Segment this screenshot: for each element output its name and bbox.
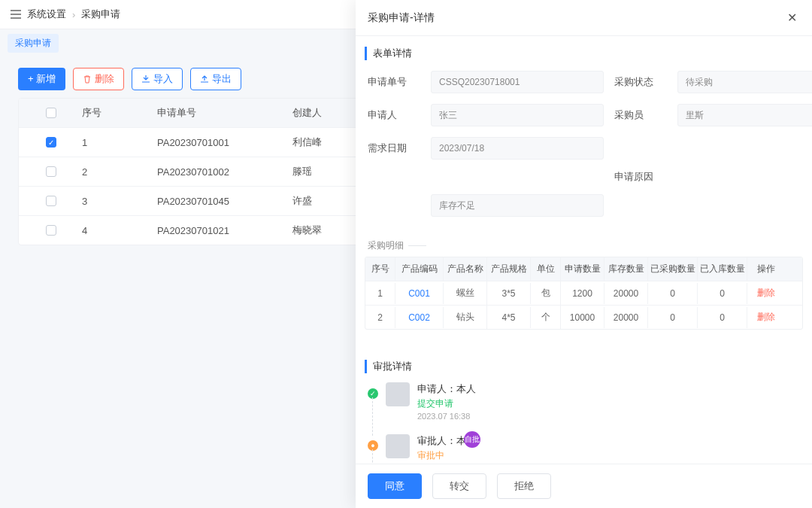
dcell-bought: 0 [648,307,698,328]
detail-drawer: 采购申请-详情 ✕ 表单详情 申请单号 CSSQ20230718001 采购状态… [356,0,812,508]
dcell-code[interactable]: C002 [395,307,444,328]
dcell-unit: 个 [531,306,561,329]
reject-button[interactable]: 拒绝 [497,473,551,499]
row-checkbox[interactable] [46,166,56,177]
cell-order: PA20230701002 [153,166,288,178]
export-label: 导出 [212,72,232,86]
detail-table-row: 1C001螺丝3*5包12002000000删除 [365,281,802,305]
dcol-inbound: 已入库数量 [698,257,747,281]
dcol-stock: 库存数量 [604,257,648,281]
sub-detail-title: 采购明细 [368,239,800,252]
menu-toggle-icon[interactable] [11,10,21,19]
tl-status: 提交申请 [417,397,476,410]
detail-table-row: 2C002钻头4*5个100002000000删除 [365,305,802,329]
row-checkbox[interactable]: ✓ [46,137,56,148]
cell-seq: 4 [77,225,153,236]
dcell-spec: 4*5 [487,307,531,328]
avatar [386,382,410,406]
label-reason: 申请原因 [614,170,667,184]
tab-purchase-request[interactable]: 采购申请 [8,34,59,53]
dcell-apply: 1200 [561,283,604,304]
col-seq: 序号 [77,106,153,120]
field-reason[interactable]: 库存不足 [431,194,604,217]
dcol-unit: 单位 [531,257,561,281]
detail-table: 序号 产品编码 产品名称 产品规格 单位 申请数量 库存数量 已采购数量 已入库… [365,257,803,330]
section-approval-title: 审批详情 [365,360,803,373]
import-button[interactable]: 导入 [132,68,183,90]
cell-seq: 3 [77,196,153,207]
field-applicant[interactable]: 张三 [431,104,604,126]
drawer-footer: 同意 转交 拒绝 [356,464,812,508]
cell-order: PA20230701001 [153,137,288,148]
delete-button[interactable]: 删除 [73,68,124,90]
dcell-name: 螺丝 [444,281,487,305]
add-button[interactable]: + 新增 [18,68,65,90]
dcell-code[interactable]: C001 [395,283,444,304]
cell-seq: 2 [77,166,153,178]
dcell-stock: 20000 [604,307,648,328]
label-applicant: 申请人 [368,108,420,122]
dcell-seq: 2 [365,307,395,328]
cell-order: PA20230701021 [153,225,288,236]
label-buyer: 采购员 [614,108,667,122]
timeline-item-applicant: ✓ 申请人：本人 提交申请 2023.07 16:38 [368,379,800,431]
approval-timeline: ✓ 申请人：本人 提交申请 2023.07 16:38 ● 审批人：本人 审批中… [368,379,800,464]
dcell-inbound: 0 [698,283,747,304]
chevron-right-icon: › [72,9,75,20]
breadcrumb-item: 采购申请 [81,8,120,21]
dcell-apply: 10000 [561,307,604,328]
tl-title: 申请人：本人 [417,382,476,396]
field-status[interactable]: 待采购 [677,71,812,93]
row-checkbox[interactable] [46,225,56,236]
timeline-item-approver: ● 审批人：本人 审批中 自批 [368,431,800,464]
dcell-spec: 3*5 [487,283,531,304]
dcol-op: 操作 [747,257,785,281]
tl-status: 审批中 [417,449,476,462]
label-need-date: 需求日期 [368,141,420,155]
select-all-checkbox[interactable] [46,108,56,118]
field-order-no[interactable]: CSSQ20230718001 [431,71,604,93]
dcell-name: 钻头 [444,306,487,329]
detail-table-header: 序号 产品编码 产品名称 产品规格 单位 申请数量 库存数量 已采购数量 已入库… [365,257,802,281]
label-order-no: 申请单号 [368,75,420,89]
pending-icon: ● [368,440,378,451]
cell-order: PA20230701045 [153,196,288,207]
col-order: 申请单号 [153,106,288,120]
section-form-title: 表单详情 [365,47,803,60]
dcell-inbound: 0 [698,307,747,328]
dcol-bought: 已采购数量 [648,257,698,281]
dcol-code: 产品编码 [395,257,444,281]
check-icon: ✓ [368,388,378,399]
drawer-title: 采购申请-详情 [368,11,435,25]
dcol-seq: 序号 [365,257,395,281]
dcell-stock: 20000 [604,283,648,304]
breadcrumb-item[interactable]: 系统设置 [27,8,66,21]
dcol-apply: 申请数量 [561,257,604,281]
avatar [386,434,410,458]
field-need-date[interactable]: 2023/07/18 [431,137,604,160]
import-label: 导入 [153,72,173,86]
cell-seq: 1 [77,137,153,148]
drawer-header: 采购申请-详情 ✕ [356,0,812,36]
field-buyer[interactable]: 里斯 [677,104,812,126]
label-status: 采购状态 [614,75,667,89]
row-checkbox[interactable] [46,196,56,206]
close-icon[interactable]: ✕ [784,9,800,26]
row-delete-link[interactable]: 删除 [747,306,785,329]
delete-label: 删除 [95,72,114,86]
dcell-seq: 1 [365,283,395,304]
tl-meta: 2023.07 16:38 [417,412,476,421]
dcell-bought: 0 [648,283,698,304]
dcol-spec: 产品规格 [487,257,531,281]
agree-button[interactable]: 同意 [368,473,422,499]
dcol-name: 产品名称 [444,257,487,281]
self-approve-badge: 自批 [464,431,480,448]
dcell-unit: 包 [531,281,561,305]
transfer-button[interactable]: 转交 [432,473,486,499]
export-button[interactable]: 导出 [190,68,241,90]
row-delete-link[interactable]: 删除 [747,281,785,305]
